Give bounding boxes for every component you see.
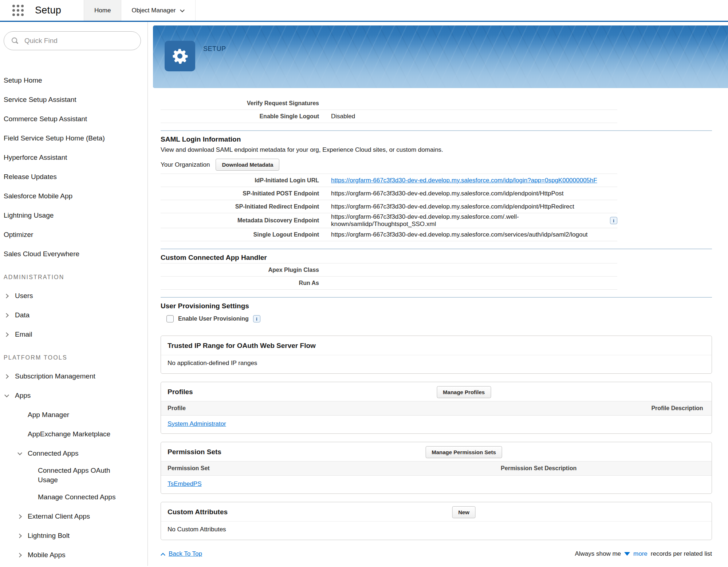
card-header: Custom Attributes New	[161, 502, 712, 521]
row-value: https://orgfarm-667c3f3d30-dev-ed.develo…	[319, 203, 574, 210]
content-footer: Back To Top Always show me more records …	[161, 550, 712, 558]
user-provisioning-settings-section: User Provisioning Settings Enable User P…	[161, 297, 712, 328]
sidebar-item-release-updates[interactable]: Release Updates	[0, 167, 147, 186]
setup-sidebar: Setup Home Service Setup Assistant Comme…	[0, 22, 148, 566]
idp-initiated-login-url-link[interactable]: https://orgfarm-667c3f3d30-dev-ed.develo…	[331, 177, 597, 184]
related-list-settings: Always show me more records per related …	[575, 550, 712, 558]
card-header: Trusted IP Range for OAuth Web Server Fl…	[161, 336, 712, 355]
trusted-ip-range-card: Trusted IP Range for OAuth Web Server Fl…	[161, 336, 712, 374]
settings-row: Verify Request Signatures	[161, 97, 617, 110]
sidebar-item-connected-apps-oauth-usage[interactable]: Connected Apps OAuth Usage	[0, 463, 147, 487]
info-icon[interactable]: i	[610, 217, 617, 224]
sidebar-item-apps[interactable]: Apps	[0, 386, 147, 405]
row-value: https://orgfarm-667c3f3d30-dev-ed.develo…	[331, 213, 606, 228]
chevron-down-icon	[180, 8, 185, 13]
chevron-up-icon	[161, 551, 166, 556]
sidebar-section-administration: ADMINISTRATION	[0, 269, 147, 286]
app-title: Setup	[35, 5, 61, 16]
card-header: Permission Sets Manage Permission Sets	[161, 442, 712, 461]
sidebar-item-app-manager[interactable]: App Manager	[0, 405, 147, 424]
chevron-right-icon	[17, 533, 23, 538]
triangle-down-icon	[624, 552, 630, 556]
row-label: Single Logout Endpoint	[161, 231, 319, 238]
sidebar-item-sales-cloud-everywhere[interactable]: Sales Cloud Everywhere	[0, 244, 147, 263]
sidebar-item-mobile-apps[interactable]: Mobile Apps	[0, 545, 147, 564]
sidebar-item-data[interactable]: Data	[0, 305, 147, 325]
chevron-right-icon	[4, 332, 9, 337]
manage-permission-sets-button[interactable]: Manage Permission Sets	[425, 446, 502, 458]
tab-object-manager-label: Object Manager	[131, 7, 176, 14]
permission-set-description-cell	[501, 480, 705, 488]
your-organization-row: Your Organization Download Metadata	[161, 159, 712, 171]
quick-find-input[interactable]	[24, 36, 133, 45]
more-records-link[interactable]: more	[633, 550, 648, 558]
sidebar-item-appexchange-marketplace[interactable]: AppExchange Marketplace	[0, 424, 147, 444]
sidebar-item-service-setup-assistant[interactable]: Service Setup Assistant	[0, 90, 147, 109]
profiles-table: Profile Profile Description System Admin…	[161, 401, 712, 433]
empty-message: No Custom Attributes	[168, 526, 226, 533]
row-label: IdP-Initiated Login URL	[161, 177, 319, 184]
enable-user-provisioning-checkbox[interactable]	[166, 315, 174, 322]
card-title: Trusted IP Range for OAuth Web Server Fl…	[168, 342, 316, 350]
sidebar-item-external-client-apps[interactable]: External Client Apps	[0, 507, 147, 526]
card-title: Custom Attributes	[168, 508, 228, 516]
tab-object-manager[interactable]: Object Manager	[121, 0, 196, 21]
card-title: Permission Sets	[168, 448, 221, 456]
tab-home[interactable]: Home	[84, 0, 121, 21]
permission-sets-table: Permission Set Permission Set Descriptio…	[161, 461, 712, 493]
card-header: Profiles Manage Profiles	[161, 382, 712, 401]
settings-row: Apex Plugin Class	[161, 263, 617, 277]
quick-find-search-box[interactable]	[4, 31, 141, 50]
search-icon	[11, 37, 19, 44]
setup-nav: Setup Home Service Setup Assistant Comme…	[0, 71, 147, 564]
profile-link[interactable]: System Administrator	[168, 420, 226, 427]
row-value: https://orgfarm-667c3f3d30-dev-ed.develo…	[319, 190, 563, 197]
settings-row: Single Logout Endpoint https://orgfarm-6…	[161, 228, 617, 241]
table-row: TsEmbedPS	[161, 476, 712, 493]
tab-home-label: Home	[94, 7, 111, 14]
permission-sets-card: Permission Sets Manage Permission Sets P…	[161, 442, 712, 494]
chevron-right-icon	[4, 313, 9, 318]
row-label: SP-Initiated POST Endpoint	[161, 190, 319, 197]
sidebar-item-optimizer[interactable]: Optimizer	[0, 225, 147, 244]
chevron-right-icon	[17, 552, 23, 558]
sidebar-item-lightning-bolt[interactable]: Lightning Bolt	[0, 526, 147, 545]
chevron-right-icon	[4, 293, 9, 298]
settings-row: Run As	[161, 277, 617, 290]
saml-endpoint-rows: IdP-Initiated Login URL https://orgfarm-…	[161, 174, 617, 241]
sidebar-item-lightning-usage[interactable]: Lightning Usage	[0, 206, 147, 225]
app-launcher-icon[interactable]	[12, 5, 24, 16]
sidebar-item-subscription-management[interactable]: Subscription Management	[0, 366, 147, 386]
info-icon[interactable]: i	[253, 315, 260, 322]
sidebar-item-commerce-setup-assistant[interactable]: Commerce Setup Assistant	[0, 109, 147, 128]
sidebar-item-manage-connected-apps[interactable]: Manage Connected Apps	[0, 487, 147, 507]
sidebar-item-hyperforce-assistant[interactable]: Hyperforce Assistant	[0, 148, 147, 167]
column-header: Permission Set	[168, 465, 501, 472]
permission-set-link[interactable]: TsEmbedPS	[168, 480, 202, 487]
row-label: Metadata Discovery Endpoint	[161, 217, 319, 224]
card-body: No Custom Attributes	[161, 521, 712, 540]
settings-content: Verify Request Signatures Enable Single …	[148, 88, 728, 558]
sidebar-item-setup-home[interactable]: Setup Home	[0, 71, 147, 90]
settings-row: IdP-Initiated Login URL https://orgfarm-…	[161, 174, 617, 187]
checkbox-label: Enable User Provisioning	[178, 316, 249, 322]
download-metadata-button[interactable]: Download Metadata	[216, 159, 279, 171]
manage-profiles-button[interactable]: Manage Profiles	[437, 386, 491, 398]
card-body: No application-defined IP ranges	[161, 355, 712, 373]
sidebar-item-connected-apps[interactable]: Connected Apps	[0, 444, 147, 463]
sidebar-item-salesforce-mobile-app[interactable]: Salesforce Mobile App	[0, 186, 147, 206]
column-header: Profile Description	[651, 405, 705, 412]
card-title: Profiles	[168, 388, 193, 396]
section-title: Custom Connected App Handler	[161, 254, 712, 262]
sidebar-item-field-service-setup-home[interactable]: Field Service Setup Home (Beta)	[0, 128, 147, 148]
sidebar-item-users[interactable]: Users	[0, 286, 147, 305]
your-organization-label: Your Organization	[161, 161, 210, 168]
column-header: Permission Set Description	[501, 465, 705, 472]
new-custom-attribute-button[interactable]: New	[452, 506, 476, 518]
sidebar-item-email[interactable]: Email	[0, 325, 147, 344]
custom-connected-app-handler-section: Custom Connected App Handler Apex Plugin…	[161, 249, 712, 290]
banner-title: SETUP	[203, 45, 226, 53]
settings-row: SP-Initiated POST Endpoint https://orgfa…	[161, 187, 617, 200]
general-settings-rows: Verify Request Signatures Enable Single …	[161, 97, 617, 123]
back-to-top-link[interactable]: Back To Top	[161, 550, 202, 558]
